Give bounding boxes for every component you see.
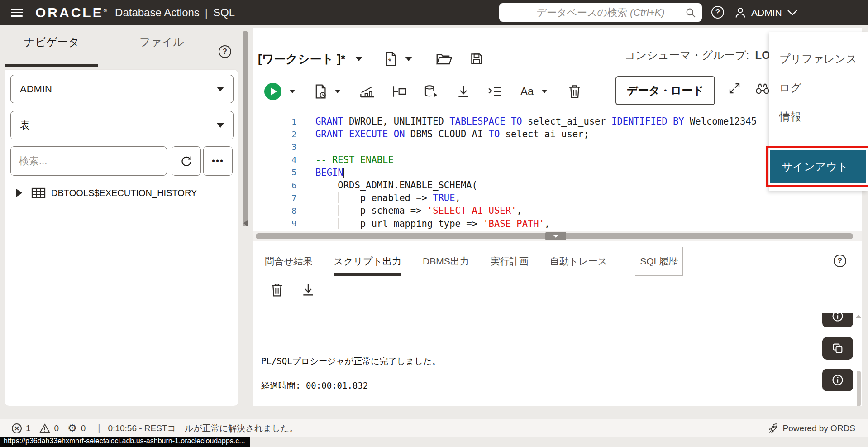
binoculars-icon <box>755 82 770 95</box>
autotrace-icon <box>424 84 439 99</box>
code-line: 8 p_schema => 'SELECT_AI_USER', <box>253 204 862 217</box>
signout-highlight-box: サインアウト <box>766 146 868 187</box>
copy-output-button[interactable] <box>822 337 853 360</box>
warning-icon <box>39 423 50 433</box>
title-divider: | <box>205 6 208 19</box>
results-tabbar: 問合せ結果スクリプト出力DBMS出力実行計画自動トレースSQL履歴 <box>265 247 683 276</box>
result-tab[interactable]: 自動トレース <box>550 247 607 276</box>
text-cursor <box>343 168 344 178</box>
help-icon[interactable]: ? <box>711 6 724 19</box>
elapsed-time-message: 経過時間: 00:00:01.832 <box>261 380 368 392</box>
error-count: 1 <box>26 423 31 433</box>
expand-arrow-icon[interactable] <box>16 189 22 197</box>
more-actions-button[interactable]: ••• <box>203 146 233 176</box>
clear-worksheet-button[interactable] <box>568 84 582 99</box>
collapse-panel-icon[interactable] <box>243 220 248 226</box>
indent-guide <box>316 180 316 191</box>
editor-horizontal-scrollbar[interactable] <box>253 231 862 241</box>
folder-icon <box>436 52 452 66</box>
signout-button[interactable]: サインアウト <box>770 150 866 183</box>
line-number: 6 <box>253 181 296 190</box>
data-load-button[interactable]: データ・ロード <box>615 76 715 105</box>
worksheet-menu-chevron-icon[interactable] <box>355 57 362 61</box>
user-menu-item[interactable]: 情報 <box>769 102 868 131</box>
run-script-chevron-icon[interactable] <box>335 90 340 93</box>
header-separator <box>706 0 706 25</box>
panel-splitter-scrollbar[interactable] <box>243 31 248 226</box>
browser-url-tooltip: https://p36dah33ehxmnrf-selectaioci.adb.… <box>0 437 250 447</box>
info-icon <box>831 313 844 322</box>
save-icon <box>469 52 484 66</box>
download-icon <box>456 84 471 99</box>
user-icon <box>734 6 747 19</box>
run-script-button[interactable] <box>313 84 328 99</box>
format-button[interactable] <box>487 85 502 98</box>
trash-icon <box>270 283 284 297</box>
download-button[interactable] <box>456 84 471 99</box>
database-search-input[interactable]: データベースの検索(Ctrl+K) <box>499 3 702 22</box>
result-tab[interactable]: SQL履歴 <box>635 247 683 276</box>
info-button[interactable] <box>822 313 853 327</box>
powered-by-ords-link[interactable]: Powered by ORDS <box>782 423 855 433</box>
line-number: 2 <box>253 130 296 139</box>
result-tab[interactable]: 問合せ結果 <box>265 247 313 276</box>
result-tab[interactable]: DBMS出力 <box>423 247 469 276</box>
line-number: 7 <box>253 193 296 203</box>
user-menu-button[interactable]: ADMIN <box>734 0 798 25</box>
scroll-up-icon[interactable] <box>856 315 861 318</box>
font-size-button[interactable]: Aa <box>520 85 534 98</box>
results-help-icon[interactable]: ? <box>834 255 846 267</box>
chevron-down-icon <box>553 235 558 238</box>
schema-select[interactable]: ADMIN <box>10 75 234 103</box>
error-count-icon: ✕ <box>12 423 22 433</box>
user-menu-item[interactable]: ログ <box>769 73 868 102</box>
clear-output-button[interactable] <box>270 283 284 297</box>
run-script-icon <box>313 84 328 99</box>
user-name: ADMIN <box>751 7 782 18</box>
rocket-icon <box>767 423 779 434</box>
result-tab[interactable]: 実行計画 <box>491 247 529 276</box>
chevron-down-icon <box>217 123 224 128</box>
worksheet-toolbar-top: [ワークシート ]* * <box>258 45 484 72</box>
download-output-button[interactable] <box>301 283 315 297</box>
indent-guide <box>338 218 339 229</box>
explain-plan-button[interactable] <box>392 85 407 98</box>
status-message-link[interactable]: 0:10:56 - RESTコールが正常に解決されました。 <box>108 423 298 434</box>
font-size-chevron-icon[interactable] <box>542 90 547 93</box>
new-worksheet-chevron-icon[interactable] <box>405 57 412 61</box>
find-button[interactable] <box>755 82 770 95</box>
line-number: 9 <box>253 219 296 228</box>
autotrace-button[interactable] <box>424 84 439 99</box>
new-worksheet-button[interactable]: * <box>383 51 398 67</box>
expand-button[interactable] <box>728 82 741 95</box>
object-type-select[interactable]: 表 <box>10 111 234 139</box>
chart-button[interactable] <box>359 84 376 99</box>
results-vertical-scrollbar[interactable] <box>857 371 861 406</box>
user-menu-item[interactable]: プリファレンス <box>769 44 868 73</box>
indent-guide <box>338 192 339 203</box>
refresh-button[interactable] <box>172 146 201 176</box>
line-number: 1 <box>253 117 296 126</box>
navigator-search-input[interactable]: 検索... <box>10 146 167 176</box>
worksheet-title[interactable]: [ワークシート ]* <box>258 51 345 67</box>
tree-item-label: DBTOOLS$EXECUTION_HISTORY <box>51 188 197 198</box>
tab-navigator[interactable]: ナビゲータ <box>24 35 79 49</box>
gear-icon: ⚙ <box>67 423 77 433</box>
hamburger-menu-icon[interactable] <box>11 9 23 17</box>
oracle-logo: ORACLE® <box>35 5 109 20</box>
splitter-grip[interactable] <box>545 232 566 240</box>
tab-files[interactable]: ファイル <box>139 35 184 49</box>
refresh-icon <box>180 154 193 168</box>
tree-item-table[interactable]: DBTOOLS$EXECUTION_HISTORY <box>5 184 238 202</box>
navigator-help-icon[interactable]: ? <box>219 45 231 58</box>
sidebar-tabbar: ナビゲータ ファイル ? <box>0 25 244 69</box>
run-options-chevron-icon[interactable] <box>290 90 295 93</box>
expand-icon <box>728 82 741 95</box>
download-icon <box>301 283 315 297</box>
chevron-down-icon <box>787 9 798 17</box>
open-file-button[interactable] <box>436 52 452 66</box>
result-tab[interactable]: スクリプト出力 <box>334 247 401 276</box>
run-statement-button[interactable] <box>264 83 281 100</box>
save-button[interactable] <box>469 52 484 66</box>
output-info-button[interactable] <box>822 369 853 391</box>
